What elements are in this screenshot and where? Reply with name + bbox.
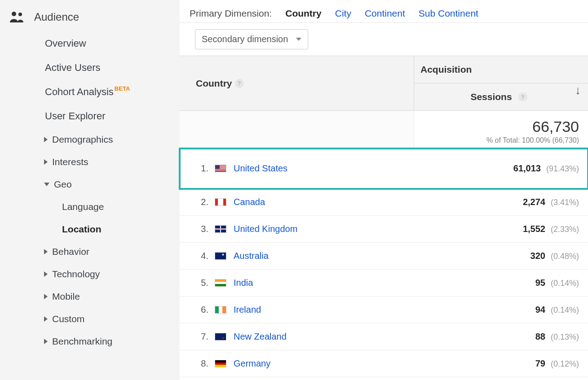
flag-icon: [215, 306, 226, 314]
chevron-down-icon: [296, 38, 301, 41]
table-row[interactable]: 3.United Kingdom1,552(2.33%): [180, 216, 588, 243]
sidebar-item-label: Benchmarking: [52, 336, 112, 347]
row-number: 8.: [191, 358, 208, 369]
sidebar-item-demographics[interactable]: Demographics: [4, 128, 180, 151]
row-number: 4.: [191, 251, 208, 261]
caret-right-icon: [44, 271, 48, 277]
sidebar-item-label: Demographics: [52, 134, 113, 145]
sidebar-item-interests[interactable]: Interests: [4, 151, 180, 173]
sessions-value: 95: [535, 278, 545, 288]
main-content: Primary Dimension: Country City Continen…: [180, 0, 588, 380]
sidebar-item-benchmarking[interactable]: Benchmarking: [4, 330, 180, 353]
sidebar-section-label: Audience: [34, 11, 79, 23]
country-link[interactable]: New Zealand: [234, 332, 287, 342]
table-row[interactable]: 5.India95(0.14%): [180, 270, 588, 297]
sessions-value: 88: [535, 332, 545, 342]
sidebar-item-technology[interactable]: Technology: [4, 263, 180, 285]
row-number: 5.: [191, 278, 208, 288]
cell-sessions: 2,274(3.41%): [414, 197, 588, 207]
cell-country: 4.Australia: [180, 251, 414, 261]
country-link[interactable]: United States: [234, 163, 287, 174]
caret-down-icon: [44, 183, 49, 186]
tab-city[interactable]: City: [335, 8, 351, 19]
sidebar-item-behavior[interactable]: Behavior: [4, 240, 180, 263]
sidebar-item-geo[interactable]: Geo: [4, 173, 180, 196]
flag-icon: [215, 252, 226, 260]
primary-dimension-bar: Primary Dimension: Country City Continen…: [180, 0, 588, 23]
cell-sessions: 1,552(2.33%): [414, 224, 588, 234]
row-number: 1.: [191, 163, 208, 174]
audience-icon: [9, 11, 24, 23]
sidebar-item-custom[interactable]: Custom: [4, 308, 180, 330]
country-link[interactable]: United Kingdom: [234, 224, 297, 234]
sidebar-item-cohort[interactable]: Cohort AnalysisBETA: [4, 80, 180, 104]
tab-subcontinent[interactable]: Sub Continent: [419, 8, 478, 19]
sidebar-item-user-explorer[interactable]: User Explorer: [4, 104, 180, 128]
tab-continent[interactable]: Continent: [365, 8, 405, 19]
sidebar-item-location[interactable]: Location: [4, 218, 180, 240]
column-group-label: Acquisition: [414, 56, 588, 83]
caret-right-icon: [44, 339, 48, 344]
column-header-sessions[interactable]: Sessions ?: [414, 83, 588, 110]
sidebar-item-label: Interests: [52, 157, 88, 167]
sessions-value: 79: [535, 358, 545, 369]
table-header: Country ? Acquisition Sessions ? ↓: [180, 56, 588, 111]
cell-country: 7.New Zealand: [180, 332, 414, 342]
country-link[interactable]: Canada: [234, 197, 265, 207]
sessions-percent: (0.13%): [551, 332, 579, 342]
country-link[interactable]: Australia: [234, 251, 269, 261]
sidebar-item-language[interactable]: Language: [4, 196, 180, 218]
column-header-label: Country: [196, 78, 232, 89]
table-row[interactable]: 6.Ireland94(0.14%): [180, 297, 588, 323]
cell-sessions: 79(0.12%): [414, 358, 588, 369]
secondary-dimension-dropdown[interactable]: Secondary dimension: [195, 29, 308, 49]
totals-row: 66,730 % of Total: 100.00% (66,730): [180, 111, 588, 149]
sessions-percent: (3.41%): [551, 198, 579, 207]
sessions-percent: (0.14%): [551, 306, 579, 315]
flag-icon: [215, 360, 226, 367]
table-row[interactable]: 7.New Zealand88(0.13%): [180, 323, 588, 350]
cell-sessions: 88(0.13%): [414, 332, 588, 342]
cell-sessions: 94(0.14%): [414, 305, 588, 315]
primary-dimension-label: Primary Dimension:: [190, 8, 272, 19]
flag-icon: [215, 225, 226, 233]
cell-country: 1.United States: [180, 163, 414, 174]
table-row[interactable]: 4.Australia320(0.48%): [180, 243, 588, 270]
row-number: 2.: [191, 197, 208, 207]
sessions-percent: (91.43%): [546, 164, 579, 174]
cell-country: 2.Canada: [180, 197, 414, 207]
country-link[interactable]: Germany: [234, 358, 270, 369]
country-link[interactable]: India: [234, 278, 253, 288]
table-row[interactable]: 8.Germany79(0.12%): [180, 350, 588, 377]
table-row[interactable]: 1.United States61,013(91.43%): [180, 149, 588, 189]
country-link[interactable]: Ireland: [234, 305, 261, 315]
column-header-country[interactable]: Country ?: [180, 56, 414, 110]
sidebar-item-overview[interactable]: Overview: [4, 31, 180, 56]
sessions-value: 1,552: [523, 224, 545, 234]
sidebar-item-label: Geo: [54, 179, 72, 190]
sessions-percent: (0.12%): [551, 359, 579, 369]
sidebar-item-mobile[interactable]: Mobile: [4, 285, 180, 308]
flag-icon: [215, 279, 226, 287]
cell-country: 3.United Kingdom: [180, 224, 414, 234]
beta-badge: BETA: [115, 85, 130, 92]
sessions-value: 2,274: [523, 197, 545, 207]
cell-sessions: 320(0.48%): [414, 251, 588, 261]
tab-country[interactable]: Country: [285, 8, 322, 19]
caret-right-icon: [44, 316, 48, 322]
cell-sessions: 95(0.14%): [414, 278, 588, 288]
sessions-total-subtext: % of Total: 100.00% (66,730): [419, 136, 579, 144]
sessions-total: 66,730: [419, 118, 579, 135]
help-icon[interactable]: ?: [235, 79, 244, 88]
sidebar-item-active-users[interactable]: Active Users: [4, 56, 180, 80]
sidebar-item-label: Mobile: [52, 291, 80, 302]
svg-point-0: [12, 12, 16, 16]
help-icon[interactable]: ?: [518, 92, 527, 101]
caret-right-icon: [44, 294, 48, 299]
table-row[interactable]: 2.Canada2,274(3.41%): [180, 189, 588, 216]
sessions-value: 94: [535, 305, 545, 315]
sessions-value: 320: [531, 251, 545, 261]
sort-descending-icon[interactable]: ↓: [575, 83, 581, 97]
sidebar-section-header[interactable]: Audience: [4, 8, 180, 31]
column-header-label: Sessions: [470, 92, 512, 102]
